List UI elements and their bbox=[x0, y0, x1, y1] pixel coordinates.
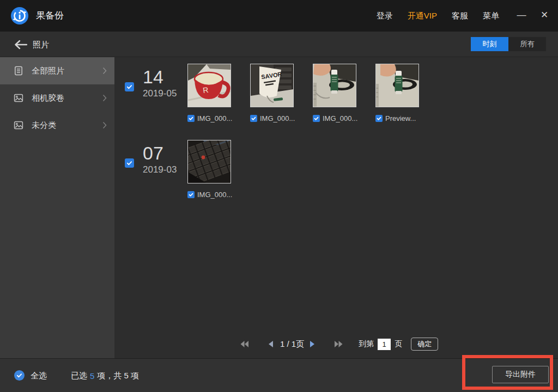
check-icon bbox=[314, 116, 319, 121]
confirm-page-button[interactable]: 确定 bbox=[411, 338, 438, 351]
group-checkbox[interactable] bbox=[125, 82, 134, 91]
photo-thumbnail-red-mug[interactable]: R bbox=[187, 64, 231, 107]
photo-thumbnail-savor-mug[interactable]: SAVOR bbox=[250, 64, 294, 107]
minimize-button[interactable]: — bbox=[513, 0, 530, 32]
sidebar-item-camera-roll[interactable]: 相机胶卷 bbox=[0, 84, 114, 112]
menu-button[interactable]: 菜单 bbox=[483, 11, 499, 21]
page-indicator: 1 / 1页 bbox=[280, 339, 304, 350]
photo-item: IMG_000... bbox=[187, 140, 231, 199]
sidebar-item-label: 未分类 bbox=[32, 120, 56, 131]
photo-filename: IMG_000... bbox=[197, 114, 232, 122]
photo-label-row: IMG_000... bbox=[187, 114, 231, 122]
selection-summary: 已选 5 项，共 5 项 bbox=[71, 359, 139, 392]
app-title: 果备份 bbox=[36, 0, 64, 32]
photo-icon bbox=[13, 120, 24, 131]
document-list-icon bbox=[13, 65, 24, 76]
chevron-right-icon bbox=[102, 94, 107, 102]
goto-page-label: 到第 bbox=[359, 339, 374, 349]
sidebar-item-label: 相机胶卷 bbox=[32, 93, 64, 103]
back-icon[interactable] bbox=[14, 40, 27, 50]
footer-bar: 全选 已选 5 项，共 5 项 导出附件 bbox=[0, 358, 558, 392]
photo-label-row: IMG_000... bbox=[187, 191, 231, 199]
photo-item: Preview... bbox=[375, 64, 419, 122]
check-icon bbox=[251, 116, 256, 121]
select-all-checkbox[interactable] bbox=[14, 370, 25, 381]
photo-item: IMG_000... bbox=[313, 64, 356, 122]
selection-prefix: 已选 bbox=[71, 371, 87, 381]
photo-thumbnail-glue-stick[interactable] bbox=[313, 64, 356, 107]
check-icon bbox=[126, 84, 132, 90]
selection-count: 5 bbox=[90, 371, 94, 381]
photo-filename: IMG_000... bbox=[260, 114, 295, 122]
photo-checkbox[interactable] bbox=[187, 191, 195, 198]
chevron-right-icon bbox=[102, 121, 107, 129]
view-toggle: 时刻 所有 bbox=[471, 37, 546, 51]
photo-item: SAVOR IMG_000... bbox=[250, 64, 294, 122]
vip-button[interactable]: 开通VIP bbox=[408, 11, 437, 21]
chevron-right-icon bbox=[102, 67, 107, 75]
group-checkbox[interactable] bbox=[125, 158, 134, 168]
login-button[interactable]: 登录 bbox=[377, 11, 393, 21]
toolbar: 照片 时刻 所有 bbox=[0, 32, 558, 57]
toggle-moments[interactable]: 时刻 bbox=[471, 37, 508, 51]
goto-page-suffix: 页 bbox=[395, 339, 402, 349]
photo-icon bbox=[13, 93, 24, 103]
photo-checkbox[interactable] bbox=[187, 115, 195, 122]
check-icon bbox=[16, 372, 22, 378]
photo-label-row: Preview... bbox=[375, 114, 419, 122]
photo-label-row: IMG_000... bbox=[250, 114, 294, 122]
export-attachments-button[interactable]: 导出附件 bbox=[492, 366, 549, 383]
sidebar-item-label: 全部照片 bbox=[32, 66, 64, 76]
header-menu: 登录 开通VIP 客服 菜单 bbox=[377, 0, 499, 32]
sidebar-item-all-photos[interactable]: 全部照片 bbox=[0, 57, 114, 84]
photo-filename: Preview... bbox=[385, 114, 416, 122]
photo-checkbox[interactable] bbox=[250, 115, 257, 122]
last-page-icon[interactable] bbox=[334, 340, 343, 348]
photo-thumbnail-keyboard[interactable] bbox=[187, 140, 231, 183]
app-window: 果备份 登录 开通VIP 客服 菜单 — ✕ 照片 时刻 所有 全部 bbox=[0, 0, 558, 392]
previous-page-icon[interactable] bbox=[268, 340, 274, 348]
group-date: 2019-03 bbox=[143, 164, 177, 175]
selection-suffix: 项，共 5 项 bbox=[97, 371, 139, 381]
photo-checkbox[interactable] bbox=[375, 115, 383, 122]
close-button[interactable]: ✕ bbox=[536, 0, 553, 32]
title-bar: 果备份 登录 开通VIP 客服 菜单 — ✕ bbox=[0, 0, 558, 32]
first-page-icon[interactable] bbox=[240, 340, 249, 348]
photo-label-row: IMG_000... bbox=[313, 114, 356, 122]
sidebar-item-uncategorized[interactable]: 未分类 bbox=[0, 112, 114, 139]
check-icon bbox=[377, 116, 381, 121]
page-title: 照片 bbox=[33, 32, 49, 57]
photo-checkbox[interactable] bbox=[313, 115, 320, 122]
date-group: 14 2019-05 R IMG_000... bbox=[114, 64, 558, 140]
page-number-input[interactable] bbox=[378, 339, 391, 350]
date-group: 07 2019-03 bbox=[114, 140, 558, 216]
app-logo-icon bbox=[11, 7, 28, 24]
check-icon bbox=[189, 192, 193, 197]
select-all-label[interactable]: 全选 bbox=[31, 359, 47, 392]
check-icon bbox=[189, 116, 193, 121]
sidebar: 全部照片 相机胶卷 未分类 bbox=[0, 57, 114, 358]
toggle-all[interactable]: 所有 bbox=[508, 37, 546, 51]
group-date: 2019-05 bbox=[143, 88, 177, 99]
photo-filename: IMG_000... bbox=[323, 114, 357, 122]
next-page-icon[interactable] bbox=[310, 340, 316, 348]
photo-item: R IMG_000... bbox=[187, 64, 231, 122]
check-icon bbox=[126, 160, 132, 166]
group-day: 14 bbox=[143, 66, 163, 88]
photo-thumbnail-glue-stick-preview[interactable] bbox=[375, 64, 419, 107]
support-button[interactable]: 客服 bbox=[452, 11, 468, 21]
photo-filename: IMG_000... bbox=[197, 191, 232, 199]
group-day: 07 bbox=[143, 143, 163, 164]
pagination: 1 / 1页 到第 页 确定 bbox=[240, 336, 438, 352]
